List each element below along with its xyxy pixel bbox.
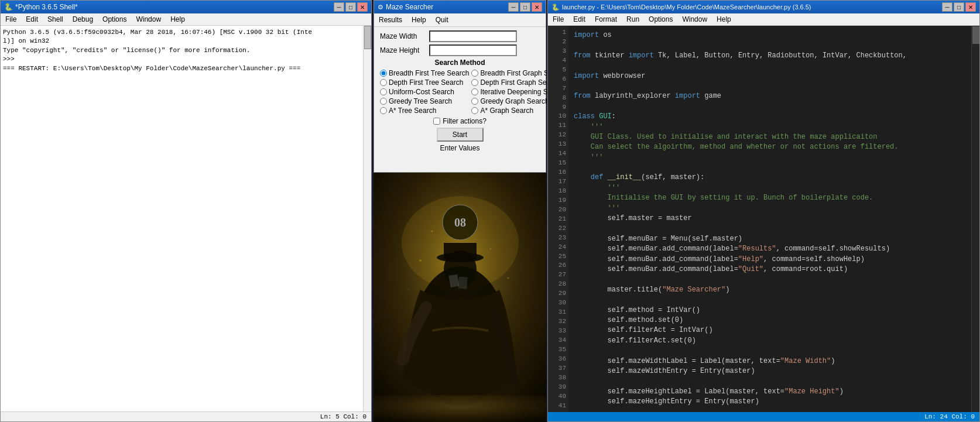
code-line-22: self.menuBar.add_command(label="Results"… (574, 244, 977, 254)
python-icon: 🐍 (4, 3, 13, 11)
code-line-16: ''' (574, 183, 977, 193)
menu-help[interactable]: Help (166, 14, 190, 25)
shell-position: Ln: 5 Col: 0 (320, 413, 366, 420)
breadth-first-tree-radio[interactable] (380, 70, 387, 77)
shell-content-area[interactable]: Python 3.6.5 (v3.6.5:f59c0932b4, Mar 28 … (1, 26, 371, 411)
code-line-25 (574, 275, 977, 284)
search-method-options: Breadth First Tree Search Breadth First … (380, 69, 540, 115)
depth-first-tree-option[interactable]: Depth First Tree Search (380, 78, 469, 87)
shell-line-1: Python 3.6.5 (v3.6.5:f59c0932b4, Mar 28 … (3, 28, 369, 37)
editor-scroll-thumb[interactable] (972, 26, 979, 44)
scroll-thumb[interactable] (364, 26, 371, 49)
dialog-help[interactable]: Help (407, 15, 431, 25)
minimize-button[interactable]: ─ (334, 2, 344, 12)
code-line-12: Can select the algoirthm, method and whe… (574, 142, 977, 152)
greedy-graph-radio[interactable] (471, 98, 478, 105)
astar-graph-radio[interactable] (471, 107, 478, 114)
maze-width-input[interactable] (429, 30, 517, 42)
astar-tree-option[interactable]: A* Tree Search (380, 107, 469, 115)
breadth-first-tree-option[interactable]: Breadth First Tree Search (380, 69, 469, 77)
filter-actions-row: Filter actions? (380, 117, 540, 125)
start-button[interactable]: Start (437, 128, 484, 142)
editor-menu-run[interactable]: Run (622, 14, 644, 25)
filter-actions-checkbox[interactable] (433, 118, 440, 125)
code-line-21: self.menuBar = Menu(self.master) (574, 234, 977, 244)
menu-options[interactable]: Options (98, 14, 131, 25)
menu-file[interactable]: File (1, 14, 21, 25)
uniform-cost-radio[interactable] (380, 88, 387, 95)
shell-status-bar: Ln: 5 Col: 0 (1, 411, 371, 421)
maze-illustration: 08 (374, 173, 546, 422)
greedy-tree-option[interactable]: Greedy Tree Search (380, 97, 469, 105)
shell-scrollbar[interactable] (363, 26, 371, 411)
depth-first-graph-radio[interactable] (471, 79, 478, 86)
code-line-38 (574, 407, 977, 412)
code-line-5: import webbrowser (574, 71, 977, 81)
menu-debug[interactable]: Debug (68, 14, 98, 25)
maximize-button[interactable]: □ (345, 2, 356, 12)
code-line-26: master.title("Maze Searcher") (574, 285, 977, 295)
editor-menu-help[interactable]: Help (712, 14, 736, 25)
code-line-3: from tkinter import Tk, Label, Button, E… (574, 51, 977, 61)
editor-menu-options[interactable]: Options (644, 14, 677, 25)
editor-menu-format[interactable]: Format (590, 14, 622, 25)
svg-point-12 (507, 277, 509, 279)
iterative-deepening-radio[interactable] (471, 88, 478, 95)
code-line-10: ''' (574, 122, 977, 132)
astar-tree-radio[interactable] (380, 107, 387, 114)
code-line-1: import os (574, 30, 977, 40)
code-line-18: ''' (574, 204, 977, 214)
editor-menu-file[interactable]: File (548, 14, 568, 25)
menu-window[interactable]: Window (131, 14, 166, 25)
svg-point-10 (490, 248, 492, 250)
dialog-minimize-button[interactable]: ─ (508, 2, 519, 12)
maze-height-label: Maze Height (380, 46, 427, 54)
code-editor-titlebar: 🐍 launcher.py - E:\Users\Tom\Desktop\My … (548, 1, 979, 13)
uniform-cost-label: Uniform-Cost Search (389, 88, 454, 96)
svg-rect-8 (444, 243, 477, 259)
maze-icon: ⚙ (378, 4, 383, 11)
editor-position: Ln: 24 Col: 0 (924, 413, 975, 420)
svg-point-11 (408, 289, 409, 290)
code-line-7: from labyrinth_explorer import game (574, 91, 977, 101)
greedy-tree-radio[interactable] (380, 98, 387, 105)
code-line-15: def __init__(self, master): (574, 173, 977, 183)
depth-first-tree-radio[interactable] (380, 79, 387, 86)
editor-scrollbar[interactable] (971, 26, 979, 412)
code-content-area[interactable]: 1 2 3 4 5 6 7 8 9 10 11 12 13 14 15 16 1… (548, 26, 979, 412)
editor-minimize-button[interactable]: ─ (942, 2, 952, 12)
dialog-maximize-button[interactable]: □ (520, 2, 530, 12)
code-line-24: self.menuBar.add_command(label="Quit", c… (574, 265, 977, 275)
editor-menu-edit[interactable]: Edit (568, 14, 590, 25)
maze-width-row: Maze Width (380, 30, 540, 42)
dialog-results[interactable]: Results (374, 15, 407, 25)
dialog-close-button[interactable]: ✕ (532, 2, 542, 12)
menu-shell[interactable]: Shell (43, 14, 68, 25)
editor-maximize-button[interactable]: □ (954, 2, 964, 12)
code-line-6 (574, 81, 977, 91)
maze-dialog-titlebar: ⚙ Maze Searcher ─ □ ✕ (374, 1, 546, 13)
astar-graph-label: A* Graph Search (480, 107, 533, 115)
dialog-quit[interactable]: Quit (431, 15, 453, 25)
line-numbers: 1 2 3 4 5 6 7 8 9 10 11 12 13 14 15 16 1… (548, 26, 568, 412)
editor-close-button[interactable]: ✕ (965, 2, 976, 12)
menu-edit[interactable]: Edit (21, 14, 43, 25)
maze-height-row: Maze Height (380, 44, 540, 56)
shell-line-4: >>> (3, 55, 369, 64)
greedy-graph-label: Greedy Graph Search (480, 97, 549, 105)
close-button[interactable]: ✕ (357, 2, 368, 12)
shell-line-2: l)] on win32 (3, 37, 369, 46)
svg-point-13 (431, 231, 433, 232)
uniform-cost-option[interactable]: Uniform-Cost Search (380, 88, 469, 96)
code-line-11: GUI Class. Used to initialise and intera… (574, 132, 977, 142)
editor-menu-window[interactable]: Window (677, 14, 712, 25)
code-editor-menubar: File Edit Format Run Options Window Help (548, 13, 979, 26)
code-line-4 (574, 61, 977, 71)
code-line-37: self.mazeHeightEntry = Entry(master) (574, 397, 977, 407)
svg-point-9 (419, 259, 422, 262)
maze-dialog-content: Maze Width Maze Height Search Method Bre… (374, 27, 546, 157)
maze-height-input[interactable] (429, 44, 517, 56)
breadth-first-graph-radio[interactable] (471, 70, 478, 77)
python-shell-window: 🐍 *Python 3.6.5 Shell* ─ □ ✕ File Edit S… (0, 0, 372, 422)
code-line-19: self.master = master (574, 214, 977, 224)
